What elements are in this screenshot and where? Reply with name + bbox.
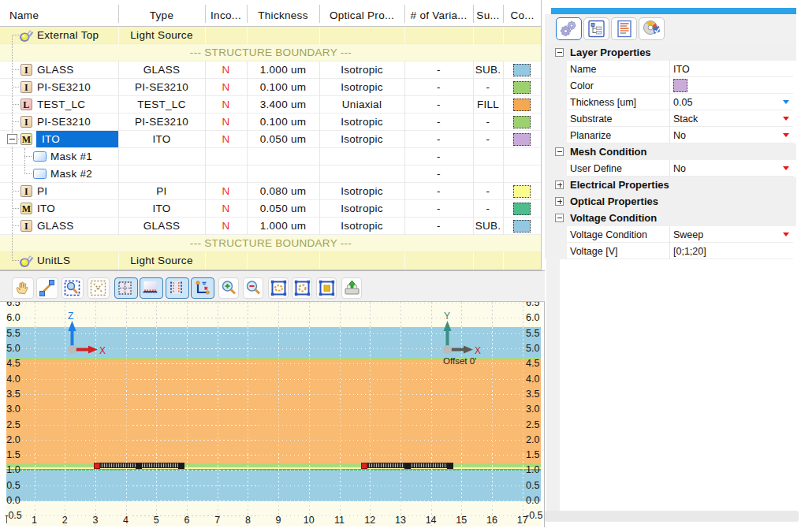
svg-text:Y: Y [444,311,450,322]
svg-text:Offset 0': Offset 0' [443,356,476,366]
svg-text:X: X [99,345,106,356]
svg-text:X: X [475,345,481,356]
svg-text:Z: Z [68,311,73,322]
